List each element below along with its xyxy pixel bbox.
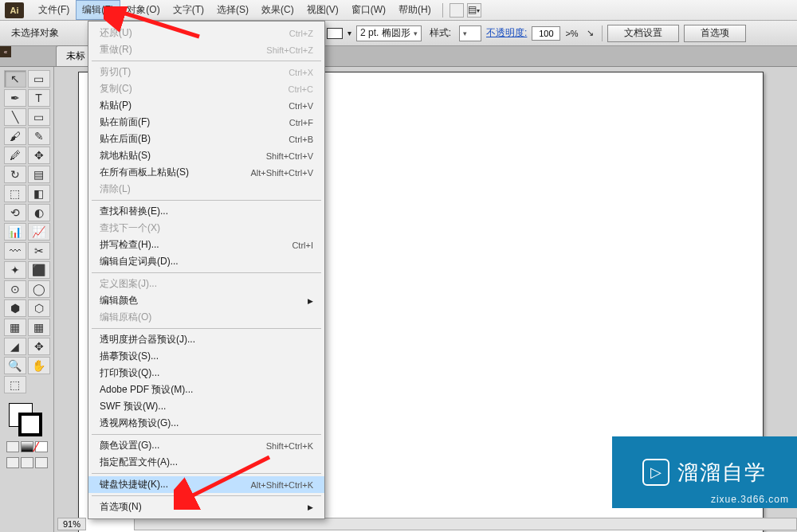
- tool-23[interactable]: ◯: [28, 280, 50, 298]
- tool-1[interactable]: ▭: [28, 70, 50, 88]
- fill-stroke-swatch[interactable]: [7, 401, 47, 436]
- tool-5[interactable]: ▭: [28, 108, 50, 126]
- horizontal-scrollbar[interactable]: [134, 518, 797, 530]
- menu-select[interactable]: 选择(S): [210, 0, 255, 20]
- menu-effect[interactable]: 效果(C): [255, 0, 300, 20]
- tool-20[interactable]: ✦: [4, 261, 26, 279]
- opacity-link[interactable]: 不透明度:: [486, 26, 527, 40]
- menu-item-label: 复制(C): [100, 82, 132, 96]
- screen-mode-normal[interactable]: [6, 457, 19, 468]
- toolbox: ↖▭✒T╲▭🖌✎🖉✥↻▤⬚◧⟲◐📊📈〰✂✦⬛⊙◯⬢⬡▦▦◢✥🔍✋⬚ ⁄: [0, 67, 54, 532]
- edit-menu-item-5[interactable]: 粘贴(P)Ctrl+V: [88, 97, 324, 114]
- edit-menu-item-15[interactable]: 编辑自定词典(D)...: [88, 253, 324, 270]
- tool-16[interactable]: 📊: [4, 223, 26, 241]
- watermark-sub: zixue.3d66.com: [711, 494, 789, 505]
- tool-15[interactable]: ◐: [28, 204, 50, 221]
- edit-menu-item-3: 剪切(T)Ctrl+X: [88, 64, 324, 80]
- tool-22[interactable]: ⊙: [4, 280, 26, 298]
- edit-menu-item-26[interactable]: 透视网格预设(G)...: [88, 415, 324, 432]
- tool-28[interactable]: ◢: [4, 338, 26, 355]
- menu-file[interactable]: 文件(F): [32, 0, 76, 20]
- tool-29[interactable]: ✥: [28, 338, 50, 355]
- separator: [442, 3, 443, 18]
- tool-19[interactable]: ✂: [28, 242, 50, 260]
- fill-mode-gradient[interactable]: [21, 441, 33, 452]
- menu-edit[interactable]: 编辑(E): [76, 0, 120, 20]
- menu-view[interactable]: 视图(V): [300, 0, 345, 20]
- tool-24[interactable]: ⬢: [4, 299, 26, 317]
- stroke-swatch-box[interactable]: [18, 413, 42, 436]
- edit-menu-item-18[interactable]: 编辑颜色▶: [88, 292, 324, 309]
- tool-3[interactable]: T: [28, 89, 50, 107]
- edit-menu-item-25[interactable]: SWF 预设(W)...: [88, 398, 324, 415]
- edit-menu-item-22[interactable]: 描摹预设(S)...: [88, 348, 324, 365]
- stroke-swatch[interactable]: [327, 28, 343, 39]
- edit-menu-item-23[interactable]: 打印预设(Q)...: [88, 365, 324, 381]
- tool-8[interactable]: 🖉: [4, 147, 26, 164]
- tool-17[interactable]: 📈: [28, 223, 50, 241]
- style-dropdown[interactable]: ▾: [459, 25, 481, 41]
- edit-menu-item-6[interactable]: 贴在前面(F)Ctrl+F: [88, 114, 324, 131]
- edit-menu-item-7[interactable]: 贴在后面(B)Ctrl+B: [88, 131, 324, 147]
- tool-12[interactable]: ⬚: [4, 185, 26, 202]
- menu-help[interactable]: 帮助(H): [392, 0, 438, 20]
- tool-30[interactable]: 🔍: [4, 357, 26, 374]
- edit-menu-item-21[interactable]: 透明度拼合器预设(J)...: [88, 331, 324, 348]
- document-setup-button[interactable]: 文档设置: [607, 25, 679, 42]
- menu-item-shortcut: Alt+Shift+Ctrl+K: [250, 480, 313, 490]
- edit-menu-item-13: 查找下一个(X): [88, 220, 324, 237]
- menu-object[interactable]: 对象(O): [120, 0, 166, 20]
- menu-item-label: 就地粘贴(S): [100, 149, 151, 162]
- edit-menu-item-9[interactable]: 在所有画板上粘贴(S)Alt+Shift+Ctrl+V: [88, 164, 324, 181]
- menu-separator: [92, 200, 321, 201]
- edit-menu-item-28[interactable]: 颜色设置(G)...Shift+Ctrl+K: [88, 437, 324, 454]
- edit-menu-item-12[interactable]: 查找和替换(E)...: [88, 203, 324, 220]
- menu-item-shortcut: Shift+Ctrl+K: [266, 441, 313, 451]
- list-icon-button[interactable]: ▤▾: [467, 3, 481, 18]
- tool-26[interactable]: ▦: [4, 319, 26, 336]
- fill-mode-color[interactable]: [6, 441, 19, 452]
- tool-4[interactable]: ╲: [4, 108, 26, 126]
- tool-14[interactable]: ⟲: [4, 204, 26, 221]
- menu-type[interactable]: 文字(T): [167, 0, 210, 20]
- tool-27[interactable]: ▦: [28, 319, 50, 336]
- menu-item-label: 定义图案(J)...: [100, 277, 157, 291]
- app-logo: Ai: [5, 2, 24, 18]
- tool-9[interactable]: ✥: [28, 147, 50, 164]
- menu-separator: [92, 61, 321, 61]
- fill-mode-none[interactable]: ⁄: [35, 441, 48, 452]
- tool-21[interactable]: ⬛: [28, 261, 50, 279]
- tool-0[interactable]: ↖: [4, 70, 26, 88]
- tool-13[interactable]: ◧: [28, 185, 50, 202]
- edit-menu-item-14[interactable]: 拼写检查(H)...Ctrl+I: [88, 237, 324, 253]
- grid-icon-button[interactable]: [450, 3, 464, 18]
- edit-menu-item-19: 编辑原稿(O): [88, 309, 324, 326]
- screen-mode-full[interactable]: [21, 457, 33, 468]
- edit-menu-item-8[interactable]: 就地粘贴(S)Shift+Ctrl+V: [88, 147, 324, 164]
- edit-menu-item-24[interactable]: Adobe PDF 预设(M)...: [88, 381, 324, 398]
- tool-25[interactable]: ⬡: [28, 299, 50, 317]
- edit-menu-item-31[interactable]: 键盘快捷键(K)...Alt+Shift+Ctrl+K: [88, 476, 324, 493]
- stroke-dropdown[interactable]: 2 pt. 椭圆形▾: [356, 25, 422, 41]
- tool-31[interactable]: ✋: [28, 357, 50, 374]
- tool-7[interactable]: ✎: [28, 127, 50, 145]
- tool-10[interactable]: ↻: [4, 166, 26, 183]
- edit-menu-item-29[interactable]: 指定配置文件(A)...: [88, 454, 324, 471]
- menu-window[interactable]: 窗口(W): [345, 0, 392, 20]
- tool-18[interactable]: 〰: [4, 242, 26, 260]
- preferences-button[interactable]: 首选项: [684, 25, 746, 42]
- menu-item-label: 剪切(T): [100, 65, 131, 79]
- tool-32[interactable]: ⬚: [4, 376, 26, 393]
- pointer-tiny-icon[interactable]: ↘: [587, 28, 594, 38]
- screen-mode-present[interactable]: [35, 457, 48, 468]
- menu-item-label: 描摹预设(S)...: [100, 350, 159, 363]
- zoom-indicator[interactable]: 91%: [57, 518, 86, 530]
- menu-item-label: 编辑颜色: [100, 294, 138, 307]
- tool-6[interactable]: 🖌: [4, 127, 26, 145]
- menu-item-label: 重做(R): [100, 43, 132, 57]
- tool-2[interactable]: ✒: [4, 89, 26, 107]
- opacity-input[interactable]: [532, 26, 560, 41]
- tool-11[interactable]: ▤: [28, 166, 50, 183]
- menu-item-label: 编辑原稿(O): [100, 311, 151, 324]
- edit-menu-item-33[interactable]: 首选项(N)▶: [88, 499, 324, 515]
